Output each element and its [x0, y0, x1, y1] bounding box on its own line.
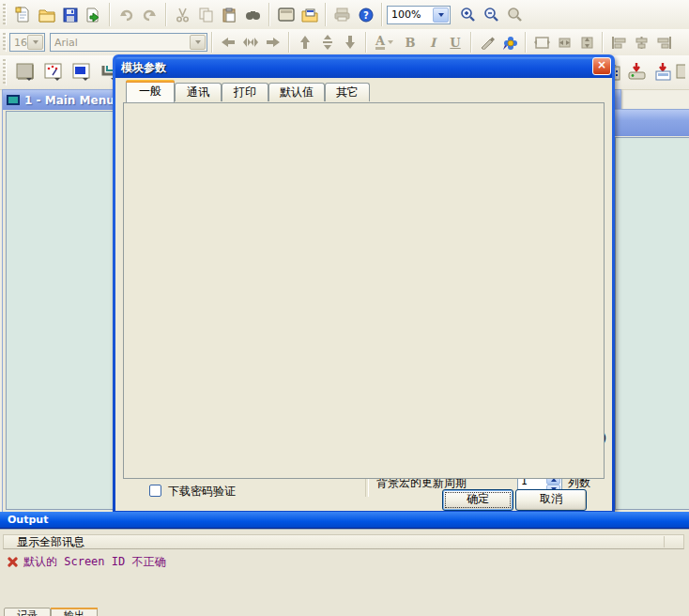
toolbar-separator: [365, 32, 367, 53]
move-down-button[interactable]: [339, 32, 361, 53]
redo-button[interactable]: [138, 4, 161, 26]
dialog-body: 一般 通讯 打印 默认值 其它 基本设置 专案名称 HMI 人机界面种类 DOP…: [115, 78, 612, 511]
open-folder-icon: [38, 8, 55, 23]
tab-print[interactable]: 打印: [222, 83, 268, 101]
save-icon: [63, 8, 78, 23]
tab-label: 输出: [64, 609, 84, 616]
toolbar-format: 16 Arial A B I U: [0, 29, 689, 56]
toolbar-grip[interactable]: [3, 59, 7, 85]
export-button[interactable]: [82, 4, 105, 26]
output-message-row[interactable]: 默认的 Screen ID 不正确: [8, 554, 165, 570]
new-file-button[interactable]: [11, 4, 35, 26]
zoom-tool-button[interactable]: [503, 4, 527, 26]
italic-button[interactable]: I: [421, 32, 444, 53]
output-panel-titlebar[interactable]: Output: [0, 512, 689, 529]
tab-label: 打印: [234, 85, 256, 99]
find-button[interactable]: [241, 4, 265, 26]
make-same-size-button[interactable]: [530, 32, 553, 53]
tab-record[interactable]: 记录: [4, 608, 51, 616]
copy-button[interactable]: [194, 4, 218, 26]
move-right-button[interactable]: [262, 32, 284, 53]
tab-communication[interactable]: 通讯: [175, 83, 222, 101]
dialog-titlebar[interactable]: 模块参数: [115, 57, 612, 78]
download-password-checkbox[interactable]: [149, 485, 161, 497]
same-height-button[interactable]: [575, 32, 598, 53]
arrow-updown-icon: [322, 35, 333, 50]
font-name-combo[interactable]: Arial: [50, 33, 207, 52]
print-button[interactable]: [330, 4, 354, 26]
app-window: ? 100% 16 Arial: [0, 0, 689, 616]
close-button[interactable]: ×: [592, 57, 611, 75]
line-tool-button[interactable]: [476, 32, 498, 53]
cancel-button[interactable]: 取消: [515, 489, 587, 511]
underline-button[interactable]: U: [444, 32, 467, 53]
ok-button-label: 确定: [467, 492, 489, 505]
error-icon: [8, 557, 18, 567]
save-button[interactable]: [58, 4, 82, 26]
toolbar-grip[interactable]: [3, 33, 7, 52]
align-left-icon: [611, 36, 627, 50]
object-meter-tool[interactable]: [39, 59, 68, 85]
zoom-out-button[interactable]: [480, 4, 503, 26]
toolbar-separator: [288, 32, 290, 53]
tab-label: 记录: [17, 609, 38, 616]
open-screen-button[interactable]: [298, 4, 321, 26]
secondary-window[interactable]: [611, 109, 689, 514]
toolbar-grip[interactable]: [3, 4, 7, 25]
screen-window-title: 1 - Main Menu: [24, 94, 115, 107]
center-vertical-button[interactable]: [316, 32, 339, 53]
object-display-tool[interactable]: [68, 59, 96, 85]
ok-button[interactable]: 确定: [442, 489, 513, 511]
help-button[interactable]: ?: [354, 4, 377, 26]
chevron-down-icon[interactable]: [387, 39, 394, 45]
align-right-button[interactable]: [652, 32, 675, 53]
align-left-button[interactable]: [607, 32, 630, 53]
line-tool-icon: [480, 35, 495, 50]
move-up-button[interactable]: [294, 32, 316, 53]
tab-output[interactable]: 输出: [51, 608, 98, 616]
close-icon: ×: [597, 58, 606, 71]
undo-icon: [118, 8, 134, 23]
chevron-down-icon[interactable]: [433, 8, 449, 23]
download-firmware-button[interactable]: [623, 59, 650, 84]
same-width-button[interactable]: [553, 32, 575, 53]
secondary-canvas[interactable]: [615, 137, 689, 510]
font-color-button[interactable]: A: [371, 32, 399, 53]
zoom-in-button[interactable]: [456, 4, 480, 26]
open-screen-icon: [301, 8, 318, 23]
paste-button[interactable]: [218, 4, 241, 26]
secondary-window-titlebar[interactable]: [612, 110, 689, 136]
screen-icon: [7, 94, 21, 106]
tab-general[interactable]: 一般: [126, 80, 175, 102]
svg-text:?: ?: [363, 10, 369, 21]
transparent-color-button[interactable]: [498, 32, 521, 53]
download-firmware-icon: [627, 62, 647, 81]
object-display-icon: [72, 63, 91, 82]
cut-button[interactable]: [171, 4, 194, 26]
arrow-up-icon: [299, 35, 312, 50]
bold-button[interactable]: B: [399, 32, 421, 53]
output-filter-header[interactable]: 显示全部讯息: [3, 534, 684, 549]
align-center-button[interactable]: [630, 32, 652, 53]
toolbar-separator: [381, 3, 383, 26]
font-size-combo[interactable]: 16: [9, 33, 45, 52]
open-project-button[interactable]: [35, 4, 58, 26]
move-left-button[interactable]: [217, 32, 239, 53]
toolbar-overflow[interactable]: [676, 59, 685, 84]
bold-icon: B: [406, 36, 416, 50]
new-screen-button[interactable]: [274, 4, 298, 26]
tab-default[interactable]: 默认值: [268, 83, 325, 101]
object-button-tool[interactable]: [11, 59, 39, 85]
toolbar-separator: [602, 32, 604, 53]
zoom-combo[interactable]: 100%: [387, 6, 451, 24]
module-parameters-dialog: 模块参数 × 一般 通讯 打印 默认值 其它 基本设置 专案名称 HMI 人机界…: [113, 54, 615, 514]
tab-label: 通讯: [187, 85, 209, 99]
zoom-value: 100%: [391, 8, 421, 21]
toolbar-separator: [325, 3, 327, 26]
tab-label: 一般: [139, 85, 161, 98]
tab-other[interactable]: 其它: [325, 83, 370, 101]
swap-button[interactable]: [239, 32, 262, 53]
download-screen-button[interactable]: [650, 59, 676, 84]
undo-button[interactable]: [115, 4, 138, 26]
toolbar-separator: [211, 32, 213, 53]
